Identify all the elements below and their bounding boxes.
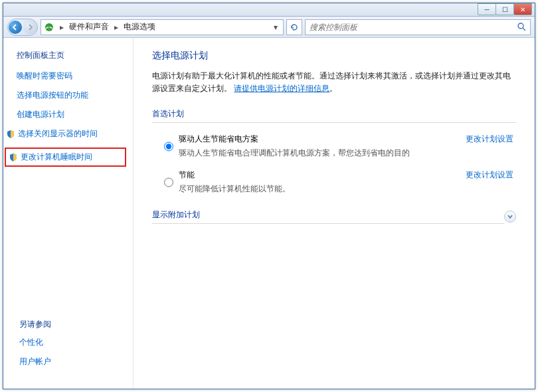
sidebar-link-create-plan[interactable]: 创建电源计划 (17, 109, 126, 120)
power-options-icon (44, 22, 54, 33)
power-plan-row: 驱动人生节能省电方案 驱动人生节能省电合理调配计算机电源方案，帮您达到省电的目的… (152, 130, 516, 165)
sidebar-link-label: 选择关闭显示器的时间 (18, 128, 98, 140)
plan-body: 驱动人生节能省电方案 驱动人生节能省电合理调配计算机电源方案，帮您达到省电的目的 (173, 134, 466, 159)
more-info-link[interactable]: 请提供电源计划的详细信息 (234, 84, 329, 93)
section-additional-label: 显示附加计划 (152, 209, 504, 221)
sidebar-link-power-button[interactable]: 选择电源按钮的功能 (17, 90, 126, 101)
plan-description: 驱动人生节能省电合理调配计算机电源方案，帮您达到省电的目的 (179, 147, 466, 159)
chevron-down-icon (507, 213, 513, 220)
sidebar-link-user-accounts[interactable]: 用户帐户 (19, 356, 51, 367)
search-icon[interactable] (517, 23, 526, 31)
plan-radio-1[interactable] (164, 170, 173, 195)
window-controls: ─ ☐ ✕ (478, 3, 532, 15)
svg-point-2 (518, 23, 523, 29)
breadcrumb-separator-icon: ▸ (113, 23, 120, 32)
change-plan-settings-link[interactable]: 更改计划设置 (466, 169, 513, 195)
window-frame: ─ ☐ ✕ ▸ 硬件和声音 ▸ 电源选项 ▾ (3, 3, 535, 389)
section-primary-label: 首选计划 (152, 108, 516, 120)
power-plan-row: 节能 尽可能降低计算机性能以节能。 更改计划设置 (152, 165, 516, 201)
search-box[interactable] (305, 19, 531, 35)
forward-arrow-icon (27, 24, 33, 31)
sidebar-link-turn-off-display[interactable]: 选择关闭显示器的时间 (6, 128, 126, 140)
highlighted-link-box: 更改计算机睡眠时间 (5, 147, 126, 167)
svg-rect-1 (48, 27, 50, 30)
title-bar: ─ ☐ ✕ (3, 3, 535, 17)
sidebar-title[interactable]: 控制面板主页 (17, 50, 126, 61)
plan-name[interactable]: 节能 (179, 169, 466, 181)
main-pane: 选择电源计划 电源计划有助于最大化计算机的性能或者节能。通过选择计划来将其激活，… (134, 38, 535, 389)
shield-icon (6, 130, 15, 139)
sidebar-link-change-sleep[interactable]: 更改计算机睡眠时间 (9, 151, 124, 163)
forward-button[interactable] (23, 21, 37, 34)
show-additional-plans-row[interactable]: 显示附加计划 (152, 209, 516, 224)
back-arrow-icon (12, 24, 19, 31)
change-plan-settings-link[interactable]: 更改计划设置 (466, 134, 513, 159)
close-button[interactable]: ✕ (513, 3, 532, 15)
sidebar-see-also-title: 另请参阅 (19, 319, 51, 330)
minimize-button[interactable]: ─ (478, 3, 496, 15)
sidebar-link-personalization[interactable]: 个性化 (19, 337, 51, 348)
refresh-button[interactable] (286, 19, 302, 35)
svg-line-3 (523, 28, 525, 31)
sidebar-see-also: 另请参阅 个性化 用户帐户 (19, 319, 51, 375)
sidebar-link-label: 更改计算机睡眠时间 (21, 151, 92, 163)
plan-description: 尽可能降低计算机性能以节能。 (179, 183, 466, 195)
breadcrumb-seg-2[interactable]: 电源选项 (124, 21, 155, 33)
back-button[interactable] (9, 21, 22, 34)
breadcrumb-dropdown-icon[interactable]: ▾ (271, 23, 280, 32)
nav-back-forward (7, 19, 38, 36)
section-divider (152, 223, 504, 224)
sidebar-link-require-password[interactable]: 唤醒时需要密码 (17, 70, 126, 82)
section-divider (152, 122, 516, 123)
content-area: 控制面板主页 唤醒时需要密码 选择电源按钮的功能 创建电源计划 选择关闭显示器的… (3, 38, 535, 389)
search-input[interactable] (310, 23, 517, 32)
breadcrumb-separator-icon: ▸ (58, 23, 65, 32)
address-bar: ▸ 硬件和声音 ▸ 电源选项 ▾ (3, 17, 535, 38)
breadcrumb[interactable]: ▸ 硬件和声音 ▸ 电源选项 ▾ (41, 19, 284, 35)
description-text: 电源计划有助于最大化计算机的性能或者节能。通过选择计划来将其激活，或选择计划并通… (152, 71, 511, 93)
breadcrumb-seg-1[interactable]: 硬件和声音 (69, 21, 109, 33)
shield-icon (9, 153, 18, 162)
page-title: 选择电源计划 (152, 50, 516, 62)
plan-radio-0[interactable] (164, 134, 173, 159)
sidebar: 控制面板主页 唤醒时需要密码 选择电源按钮的功能 创建电源计划 选择关闭显示器的… (3, 38, 134, 389)
maximize-button[interactable]: ☐ (495, 3, 514, 15)
page-description: 电源计划有助于最大化计算机的性能或者节能。通过选择计划来将其激活，或选择计划并通… (152, 70, 516, 95)
plan-body: 节能 尽可能降低计算机性能以节能。 (173, 169, 466, 195)
refresh-icon (290, 23, 299, 32)
plan-name[interactable]: 驱动人生节能省电方案 (179, 134, 466, 145)
expand-chevron-button[interactable] (504, 211, 516, 223)
